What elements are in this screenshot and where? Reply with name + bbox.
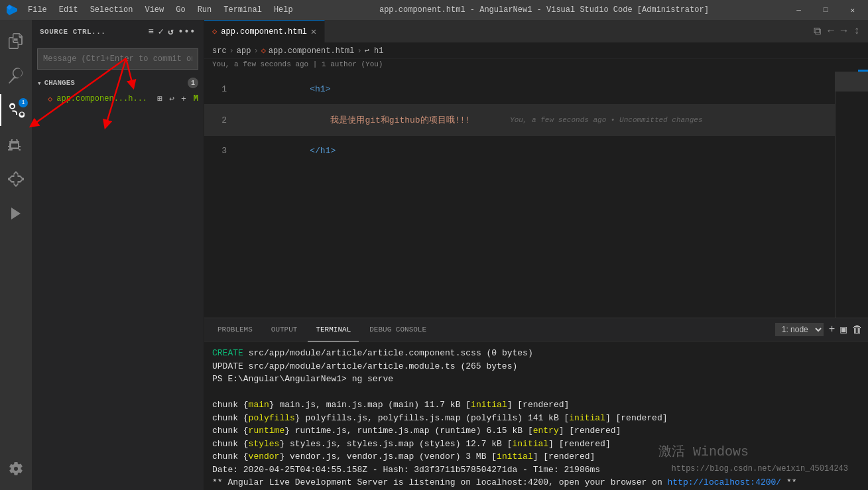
changed-file-name: app.componen...h...: [56, 94, 155, 103]
activity-extensions[interactable]: [0, 163, 32, 195]
bottom-panel: PROBLEMS OUTPUT TERMINAL DEBUG CONSOLE 1…: [204, 318, 868, 490]
terminal-chunk-vendor: chunk {vendor} vendor.js, vendor.js.map …: [212, 450, 860, 463]
code-line-1: 1 <h1>: [204, 74, 868, 104]
minimap-slider[interactable]: [836, 72, 868, 92]
git-blame-bar: You, a few seconds ago | 1 author (You): [204, 59, 868, 70]
commit-area: [32, 43, 204, 75]
panel-tab-output[interactable]: OUTPUT: [263, 318, 306, 341]
commit-message-input[interactable]: [37, 48, 198, 70]
sidebar-header-icons: ≡ ✓ ↺ •••: [149, 26, 196, 37]
open-changes-icon[interactable]: ↕: [853, 25, 860, 37]
code-editor[interactable]: 1 <h1> 2 我是使用git和github的项目哦!!! You, a fe…: [204, 72, 868, 318]
html-file-icon: ◇: [48, 94, 52, 104]
activity-search[interactable]: [0, 60, 32, 92]
line-number-2: 2: [204, 115, 237, 125]
close-button[interactable]: ✕: [843, 0, 861, 20]
tab-close-icon[interactable]: ✕: [311, 26, 316, 37]
vscode-logo-icon: [7, 5, 17, 15]
git-inline-annotation: You, a few seconds ago • Uncommitted cha…: [510, 116, 702, 124]
activity-bottom: [0, 453, 32, 490]
changes-label: CHANGES: [44, 79, 75, 87]
changes-count-badge: 1: [188, 78, 198, 88]
file-discard-icon[interactable]: ↩: [167, 93, 176, 105]
menu-run[interactable]: Run: [192, 4, 217, 16]
file-actions: ⊞ ↩ + M: [155, 93, 198, 105]
line-content-1: <h1>: [237, 74, 330, 104]
menu-go[interactable]: Go: [170, 4, 190, 16]
source-control-refresh-icon[interactable]: ↺: [168, 26, 174, 37]
breadcrumb-src[interactable]: src: [212, 46, 227, 56]
changed-file-item[interactable]: ◇ app.componen...h... ⊞ ↩ + M: [32, 91, 204, 107]
panel-tab-debug-console[interactable]: DEBUG CONSOLE: [361, 318, 434, 341]
breadcrumb-filename[interactable]: app.component.html: [269, 46, 355, 56]
terminal-chunk-polyfills: chunk {polyfills} polyfills.js, polyfill…: [212, 412, 860, 425]
menu-selection[interactable]: Selection: [85, 4, 139, 16]
file-open-icon[interactable]: ⊞: [155, 93, 164, 105]
minimize-button[interactable]: —: [790, 0, 808, 20]
code-editor-container: You, a few seconds ago | 1 author (You) …: [204, 59, 868, 490]
kill-terminal-icon[interactable]: 🗑: [852, 324, 863, 336]
terminal-line-update: UPDATE src/app/module/article/article.mo…: [212, 360, 860, 373]
svg-marker-0: [11, 208, 21, 219]
breadcrumb-app[interactable]: app: [237, 46, 251, 56]
editor-tab-app-component-html[interactable]: ◇ app.component.html ✕: [204, 20, 325, 42]
source-control-more-icon[interactable]: •••: [178, 27, 196, 37]
activity-source-control[interactable]: 1: [0, 94, 32, 126]
line-number-3: 3: [204, 146, 237, 156]
line-number-1: 1: [204, 84, 237, 94]
breadcrumb-file-icon: ◇: [261, 46, 266, 56]
menu-view[interactable]: View: [139, 4, 169, 16]
panel-tabs: PROBLEMS OUTPUT TERMINAL DEBUG CONSOLE 1…: [204, 318, 868, 341]
git-blame-text: You, a few seconds ago | 1 author (You): [212, 60, 383, 68]
new-terminal-icon[interactable]: +: [829, 324, 836, 336]
navigate-back-icon[interactable]: ←: [828, 25, 834, 37]
breadcrumb-symbol[interactable]: ↩ h1: [365, 46, 384, 56]
activity-explorer[interactable]: [0, 25, 32, 57]
main-layout: 1 SOURCE CTRL... ≡ ✓ ↺ •••: [0, 20, 868, 490]
terminal-chunk-runtime: chunk {runtime} runtime.js, runtime.js.m…: [212, 424, 860, 438]
menu-file[interactable]: File: [23, 4, 52, 16]
sidebar: SOURCE CTRL... ≡ ✓ ↺ ••• ▾ CHANGES 1 ◇ a…: [32, 20, 204, 490]
menu-help[interactable]: Help: [269, 4, 298, 16]
sidebar-title: SOURCE CTRL...: [40, 28, 105, 36]
code-line-3: 3 </h1>: [204, 136, 868, 166]
terminal-content[interactable]: CREATE src/app/module/article/article.co…: [204, 341, 868, 490]
panel-right: 1: node + ▣ 🗑: [775, 323, 863, 336]
terminal-line-server: ** Angular Live Development Server is li…: [212, 476, 860, 489]
tab-html-icon: ◇: [212, 27, 217, 36]
title-bar-left: File Edit Selection View Go Run Terminal…: [7, 4, 298, 16]
menu-terminal[interactable]: Terminal: [218, 4, 267, 16]
terminal-chunk-styles: chunk {styles} styles.js, styles.js.map …: [212, 438, 860, 451]
panel-tab-terminal[interactable]: TERMINAL: [308, 318, 359, 341]
terminal-line-serve: PS E:\Angular\AngularNew1> ng serve: [212, 373, 860, 386]
terminal-chunk-main: chunk {main} main.js, main.js.map (main)…: [212, 398, 860, 412]
terminal-selector[interactable]: 1: node: [775, 323, 824, 336]
breadcrumb: src › app › ◇ app.component.html › ↩ h1: [204, 43, 868, 59]
terminal-line-create: CREATE src/app/module/article/article.co…: [212, 347, 860, 360]
title-bar-title: app.component.html - AngularNew1 - Visua…: [298, 5, 790, 15]
sidebar-header: SOURCE CTRL... ≡ ✓ ↺ •••: [32, 20, 204, 43]
title-bar-buttons: — □ ✕: [790, 0, 861, 20]
activity-settings[interactable]: [0, 453, 32, 485]
menu-bar: File Edit Selection View Go Run Terminal…: [23, 4, 298, 16]
tab-filename: app.component.html: [221, 27, 307, 36]
file-status-badge: M: [194, 94, 198, 103]
maximize-button[interactable]: □: [817, 0, 835, 20]
editor-area: ◇ app.component.html ✕ ⧉ ← → ↕ src › app…: [204, 20, 868, 490]
panel-tab-problems[interactable]: PROBLEMS: [210, 318, 261, 341]
source-control-menu-icon[interactable]: ≡: [149, 27, 155, 37]
editor-toolbar: ⧉ ← → ↕: [814, 20, 868, 42]
changes-header[interactable]: ▾ CHANGES 1: [32, 75, 204, 91]
activity-run[interactable]: [0, 198, 32, 229]
menu-edit[interactable]: Edit: [54, 4, 84, 16]
terminal-line-date: Date: 2020-04-25T04:04:55.158Z - Hash: 3…: [212, 463, 860, 477]
line-content-3: </h1>: [237, 136, 336, 166]
navigate-forward-icon[interactable]: →: [841, 25, 847, 37]
code-lines: 1 <h1> 2 我是使用git和github的项目哦!!! You, a fe…: [204, 72, 868, 168]
split-editor-icon[interactable]: ⧉: [814, 25, 821, 38]
split-terminal-icon[interactable]: ▣: [840, 323, 847, 336]
activity-debug[interactable]: [0, 129, 32, 160]
source-control-checkmark-icon[interactable]: ✓: [158, 26, 164, 37]
minimap: [835, 72, 868, 318]
file-add-icon[interactable]: +: [179, 93, 188, 105]
